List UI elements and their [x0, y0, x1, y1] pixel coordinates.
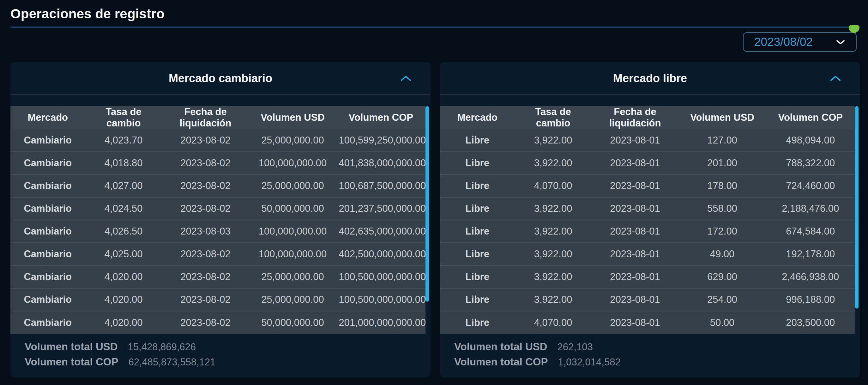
cell-mercado: Libre	[440, 311, 515, 334]
cell-vol-cop: 2,466,938.00	[766, 266, 855, 288]
cell-mercado: Libre	[440, 266, 515, 288]
cell-fecha: 2023-08-02	[162, 129, 249, 152]
cambiario-table: Mercado Tasa de cambio Fecha de liquidac…	[10, 106, 426, 334]
table-row: Cambiario 4,025.00 2023-08-02 100,000,00…	[10, 243, 426, 266]
card-title: Mercado libre	[613, 72, 687, 85]
cell-tasa: 4,026.50	[85, 220, 162, 243]
title-divider	[10, 27, 858, 28]
chevron-up-icon	[400, 75, 411, 82]
cards-row: Mercado cambiario Mercado Tasa de cam	[10, 62, 860, 377]
cell-fecha: 2023-08-01	[592, 266, 679, 288]
table-row: Cambiario 4,020.00 2023-08-02 25,000,000…	[10, 266, 426, 288]
table-row: Libre 3,922.00 2023-08-01 127.00 498,094…	[440, 129, 855, 152]
column-header-vol-usd: Volumen USD	[249, 106, 336, 129]
cell-fecha: 2023-08-01	[592, 197, 679, 220]
cell-tasa: 3,922.00	[515, 266, 592, 288]
collapse-toggle-button[interactable]	[829, 73, 842, 84]
cell-tasa: 4,018.80	[85, 152, 162, 175]
vertical-scrollbar[interactable]	[855, 106, 859, 308]
table-row: Cambiario 4,024.50 2023-08-02 50,000,000…	[10, 197, 426, 220]
cell-tasa: 4,025.00	[85, 243, 162, 266]
column-header-mercado: Mercado	[10, 106, 85, 129]
cell-fecha: 2023-08-02	[162, 243, 249, 266]
card-header: Mercado libre	[440, 62, 860, 94]
chevron-down-icon	[836, 39, 845, 45]
cell-vol-cop: 100,500,000,000.00	[336, 266, 426, 288]
cell-tasa: 4,027.00	[85, 175, 162, 197]
operations-page: Operaciones de registro 2023/08/02 Merca…	[0, 0, 868, 385]
cell-tasa: 3,922.00	[515, 220, 592, 243]
table-gap	[10, 95, 431, 106]
cell-vol-usd: 25,000,000.00	[249, 129, 336, 152]
vertical-scrollbar[interactable]	[426, 106, 429, 301]
cell-mercado: Cambiario	[10, 152, 85, 175]
cell-tasa: 4,070.00	[515, 175, 592, 197]
cell-fecha: 2023-08-01	[592, 311, 679, 334]
cell-fecha: 2023-08-01	[592, 220, 679, 243]
table-row: Libre 3,922.00 2023-08-01 254.00 996,188…	[440, 288, 855, 311]
date-select[interactable]: 2023/08/02	[743, 32, 857, 52]
table-row: Cambiario 4,018.80 2023-08-02 100,000,00…	[10, 152, 426, 175]
cell-tasa: 3,922.00	[515, 197, 592, 220]
total-cop-line: Volumen total COP 1,032,014,582	[454, 356, 860, 368]
cell-mercado: Libre	[440, 197, 515, 220]
card-footer: Volumen total USD 262,103 Volumen total …	[440, 334, 860, 371]
table-gap	[440, 95, 860, 106]
cell-mercado: Libre	[440, 152, 515, 175]
column-header-fecha: Fecha de liquidación	[592, 106, 679, 129]
table-row: Cambiario 4,023.70 2023-08-02 25,000,000…	[10, 129, 426, 152]
table-row: Cambiario 4,026.50 2023-08-03 100,000,00…	[10, 220, 426, 243]
total-usd-label: Volumen total USD	[25, 341, 118, 353]
cell-vol-usd: 100,000,000.00	[249, 152, 336, 175]
cell-tasa: 4,070.00	[515, 311, 592, 334]
cell-tasa: 4,020.00	[85, 266, 162, 288]
cell-mercado: Cambiario	[10, 311, 85, 334]
cell-vol-usd: 629.00	[679, 266, 766, 288]
cell-vol-usd: 50,000,000.00	[249, 311, 336, 334]
cell-mercado: Cambiario	[10, 197, 85, 220]
cell-mercado: Cambiario	[10, 243, 85, 266]
cell-vol-usd: 100,000,000.00	[249, 220, 336, 243]
cell-vol-usd: 172.00	[679, 220, 766, 243]
collapse-toggle-button[interactable]	[399, 73, 413, 84]
cell-vol-cop: 2,188,476.00	[766, 197, 855, 220]
cell-mercado: Libre	[440, 129, 515, 152]
cell-vol-cop: 498,094.00	[766, 129, 855, 152]
cell-vol-usd: 254.00	[679, 288, 766, 311]
card-header: Mercado cambiario	[10, 62, 431, 94]
cell-vol-cop: 100,599,250,000.00	[336, 129, 426, 152]
cell-mercado: Cambiario	[10, 129, 85, 152]
card-title: Mercado cambiario	[169, 72, 272, 85]
cell-mercado: Cambiario	[10, 288, 85, 311]
cell-fecha: 2023-08-01	[592, 288, 679, 311]
table-row: Libre 3,922.00 2023-08-01 558.00 2,188,4…	[440, 197, 855, 220]
cell-fecha: 2023-08-02	[162, 197, 249, 220]
total-usd-line: Volumen total USD 15,428,869,626	[25, 341, 431, 353]
cell-vol-cop: 674,584.00	[766, 220, 855, 243]
cell-mercado: Cambiario	[10, 266, 85, 288]
date-select-value: 2023/08/02	[754, 35, 813, 49]
card-mercado-libre: Mercado libre Mercado Tasa de cambio	[440, 62, 860, 377]
cell-vol-cop: 401,838,000,000.00	[336, 152, 426, 175]
cell-vol-usd: 50,000,000.00	[249, 197, 336, 220]
total-usd-line: Volumen total USD 262,103	[454, 341, 860, 353]
table-row: Libre 3,922.00 2023-08-01 172.00 674,584…	[440, 220, 855, 243]
total-cop-label: Volumen total COP	[454, 356, 548, 368]
cell-mercado: Cambiario	[10, 220, 85, 243]
cell-tasa: 3,922.00	[515, 152, 592, 175]
cell-vol-usd: 50.00	[679, 311, 766, 334]
table-row: Libre 4,070.00 2023-08-01 178.00 724,460…	[440, 175, 855, 197]
cell-vol-cop: 100,500,000,000.00	[336, 288, 426, 311]
card-mercado-cambiario: Mercado cambiario Mercado Tasa de cam	[10, 62, 431, 377]
cell-mercado: Cambiario	[10, 175, 85, 197]
table-row: Cambiario 4,020.00 2023-08-02 50,000,000…	[10, 311, 426, 334]
total-cop-value: 62,485,873,558,121	[128, 357, 215, 368]
column-header-vol-cop: Volumen COP	[766, 106, 855, 129]
table-row: Libre 3,922.00 2023-08-01 49.00 192,178.…	[440, 243, 855, 266]
cell-mercado: Libre	[440, 175, 515, 197]
cell-vol-cop: 100,687,500,000.00	[336, 175, 426, 197]
libre-table: Mercado Tasa de cambio Fecha de liquidac…	[440, 106, 855, 334]
table-row: Libre 3,922.00 2023-08-01 201.00 788,322…	[440, 152, 855, 175]
cell-fecha: 2023-08-01	[592, 175, 679, 197]
cell-vol-cop: 996,188.00	[766, 288, 855, 311]
